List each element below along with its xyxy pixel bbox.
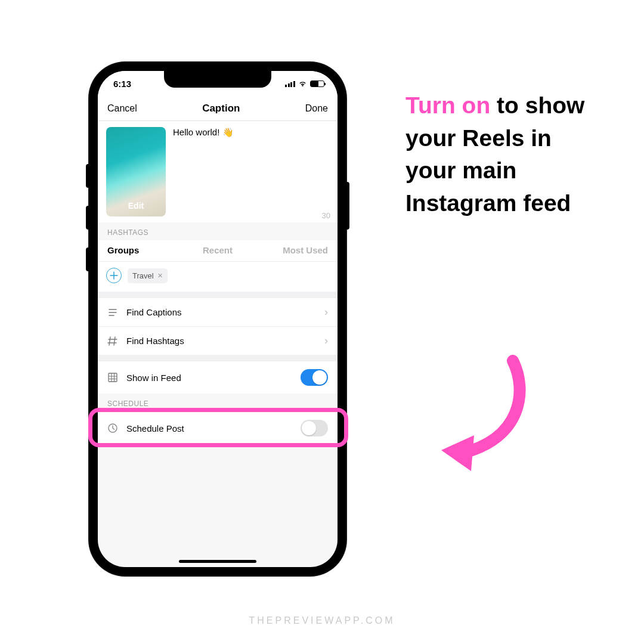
- chevron-right-icon: ›: [324, 306, 328, 318]
- watermark: THEPREVIEWAPP.COM: [0, 615, 644, 626]
- edit-label: Edit: [128, 201, 144, 210]
- annotation-accent: Turn on: [405, 92, 490, 118]
- row-label: Find Captions: [126, 307, 316, 317]
- status-time: 6:13: [113, 79, 131, 89]
- row-label: Show in Feed: [126, 373, 292, 383]
- grid-icon: [107, 372, 118, 383]
- schedule-header: SCHEDULE: [98, 394, 338, 411]
- home-indicator: [179, 560, 256, 563]
- signal-icon: [285, 80, 295, 87]
- row-label: Schedule Post: [126, 423, 292, 434]
- hashtags-header: HASHTAGS: [98, 222, 338, 240]
- show-in-feed-row: Show in Feed: [98, 361, 338, 394]
- phone-frame: 6:13 Cancel Caption Done Edit Hello worl…: [89, 63, 346, 575]
- status-icons: [285, 80, 324, 87]
- find-hashtags-row[interactable]: Find Hashtags ›: [98, 326, 338, 355]
- caption-input[interactable]: Hello world! 👋: [173, 127, 329, 219]
- svg-rect-0: [109, 373, 117, 382]
- nav-bar: Cancel Caption Done: [98, 96, 338, 121]
- tab-recent[interactable]: Recent: [181, 245, 254, 255]
- tab-most-used[interactable]: Most Used: [255, 245, 328, 255]
- divider: [98, 292, 338, 298]
- phone-screen: 6:13 Cancel Caption Done Edit Hello worl…: [98, 71, 338, 567]
- hashtag-chips: Travel ✕: [98, 262, 338, 292]
- list-icon: [107, 307, 118, 318]
- wifi-icon: [298, 80, 307, 87]
- hash-icon: [107, 336, 118, 346]
- cancel-button[interactable]: Cancel: [107, 103, 137, 114]
- schedule-post-row: Schedule Post: [98, 411, 338, 444]
- caption-area: Edit Hello world! 👋 30: [98, 121, 338, 222]
- add-hashtag-button[interactable]: [106, 268, 122, 283]
- tab-groups[interactable]: Groups: [107, 245, 181, 255]
- annotation-text: Turn on to show your Reels in your main …: [405, 89, 602, 219]
- show-in-feed-toggle[interactable]: [301, 369, 328, 386]
- schedule-toggle[interactable]: [301, 420, 328, 436]
- clock-icon: [107, 423, 118, 434]
- chevron-right-icon: ›: [324, 335, 328, 347]
- actions-list: Find Captions › Find Hashtags ›: [98, 298, 338, 355]
- find-captions-row[interactable]: Find Captions ›: [98, 298, 338, 326]
- media-thumbnail[interactable]: Edit: [106, 127, 166, 216]
- battery-icon: [310, 80, 324, 87]
- done-button[interactable]: Done: [305, 103, 328, 114]
- row-label: Find Hashtags: [126, 336, 316, 346]
- hashtag-tabs: Groups Recent Most Used: [98, 240, 338, 262]
- schedule-list: Schedule Post: [98, 411, 338, 444]
- char-count: 30: [322, 211, 330, 220]
- feed-list: Show in Feed: [98, 361, 338, 394]
- divider: [98, 355, 338, 361]
- chip-remove-icon[interactable]: ✕: [157, 272, 163, 280]
- hashtag-chip[interactable]: Travel ✕: [128, 268, 168, 283]
- notch: [164, 71, 271, 88]
- chip-label: Travel: [132, 271, 154, 280]
- arrow-annotation: [429, 355, 531, 474]
- nav-title: Caption: [202, 103, 240, 114]
